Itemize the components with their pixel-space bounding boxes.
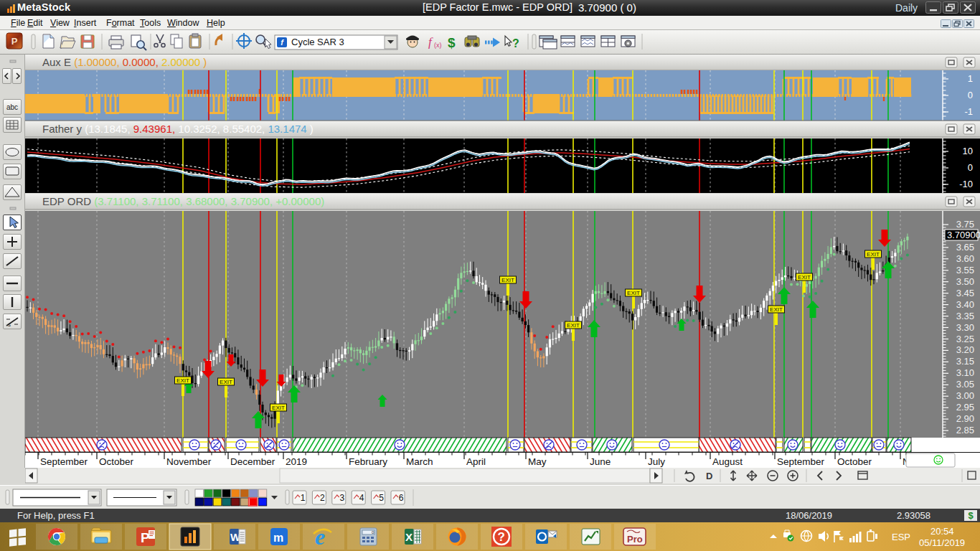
svg-text:-10: -10 [959,179,973,189]
svg-text:5: 5 [379,493,384,503]
svg-text:EXIT: EXIT [770,306,783,313]
svg-text:EXIT: EXIT [567,322,580,329]
svg-text:June: June [590,456,611,467]
svg-text:05/11/2019: 05/11/2019 [919,537,965,548]
svg-text:m: m [273,532,283,544]
svg-text:2019: 2019 [286,456,307,467]
svg-text:10: 10 [963,146,973,156]
svg-text:February: February [349,456,387,467]
svg-text:1: 1 [301,493,306,503]
svg-text:April: April [466,456,486,467]
svg-text:X: X [405,531,413,543]
svg-text:ESP: ESP [892,532,910,542]
svg-text:3.25: 3.25 [956,334,974,344]
svg-text:2.90: 2.90 [956,413,974,424]
svg-text:$: $ [968,510,974,521]
svg-text:EXIT: EXIT [867,251,880,258]
svg-text:?: ? [512,37,519,50]
svg-text:3.60: 3.60 [956,253,974,264]
svg-text:3.55: 3.55 [956,265,974,276]
svg-text:3.10: 3.10 [956,367,974,378]
svg-text:Aux E (1.00000, 0.0000, 2.0000: Aux E (1.00000, 0.0000, 2.00000 ) [42,56,207,68]
svg-text:f: f [428,35,433,49]
svg-text:EDP ORD (3.71100, 3.71100, 3.6: EDP ORD (3.71100, 3.71100, 3.68000, 3.70… [42,195,324,207]
svg-text:December: December [230,456,275,467]
svg-text:October: October [99,456,134,467]
svg-text:3: 3 [339,493,344,503]
svg-text:EXIT: EXIT [272,405,285,411]
svg-text:(x): (x) [434,42,442,49]
svg-text:3.15: 3.15 [956,356,974,367]
svg-text:July: July [648,456,665,467]
svg-text:Cycle SAR 3: Cycle SAR 3 [291,37,344,47]
svg-text:EXIT: EXIT [176,377,189,384]
svg-text:6: 6 [399,493,404,503]
svg-text:EXIT: EXIT [501,277,514,283]
svg-text:0: 0 [968,90,973,100]
svg-text:EXIT: EXIT [220,379,232,385]
svg-text:March: March [406,456,433,467]
svg-text:3.50: 3.50 [956,276,974,287]
svg-text:October: October [837,456,872,467]
svg-text:-1: -1 [964,106,973,117]
svg-text:?: ? [498,530,505,544]
svg-text:s: s [8,321,11,328]
svg-text:1: 1 [968,73,973,84]
svg-text:August: August [712,456,743,467]
svg-text:D: D [706,471,712,481]
svg-text:3.70900: 3.70900 [947,230,980,240]
svg-text:EXIT: EXIT [798,274,811,281]
svg-text:September: September [40,456,88,467]
svg-text:$: $ [448,35,456,50]
svg-text:0: 0 [968,162,973,173]
svg-text:May: May [528,456,547,467]
svg-text:3.35: 3.35 [956,311,974,321]
svg-text:EXIT: EXIT [627,290,640,296]
svg-text:20:54: 20:54 [930,526,954,537]
svg-text:3.40: 3.40 [956,299,974,310]
svg-text:2.85: 2.85 [956,425,974,435]
svg-text:4: 4 [359,493,364,503]
svg-text:Father y (13.1845, 9.43961, 10: Father y (13.1845, 9.43961, 10.3252, 8.5… [42,123,314,135]
svg-text:3.05: 3.05 [956,379,974,390]
svg-text:September: September [777,456,825,467]
svg-text:3.75: 3.75 [956,219,974,230]
svg-text:3.30: 3.30 [956,322,974,333]
svg-text:e: e [315,524,325,550]
svg-text:2.95: 2.95 [956,402,974,413]
svg-text:3.20: 3.20 [956,344,974,355]
svg-text:3.00: 3.00 [956,390,974,401]
svg-text:3.65: 3.65 [956,242,974,253]
svg-text:3.45: 3.45 [956,288,974,298]
svg-text:November: November [166,456,212,467]
svg-text:2: 2 [320,493,325,503]
svg-text:Pro: Pro [627,534,643,545]
svg-text:abc: abc [6,103,18,111]
svg-text:P: P [11,36,18,47]
